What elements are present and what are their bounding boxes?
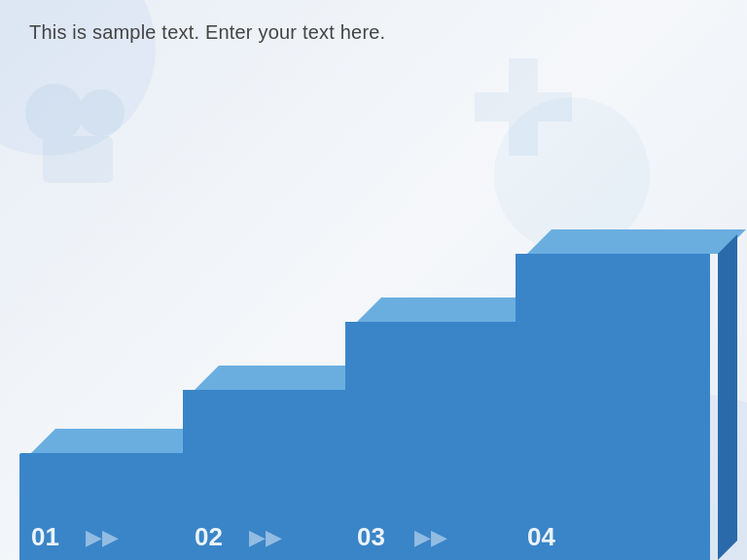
svg-rect-4: [475, 92, 572, 122]
bg-cross-icon: [475, 58, 572, 156]
svg-point-2: [78, 89, 124, 136]
step-3-number: 03: [357, 522, 385, 552]
block-2-arrow: ▶▶: [249, 525, 282, 550]
step-2-number: 02: [195, 522, 223, 552]
block-4-front: [516, 254, 710, 560]
svg-point-0: [25, 84, 84, 142]
block-1-arrow: ▶▶: [86, 525, 119, 550]
step-1-number: 01: [31, 522, 59, 552]
block-4-side: [718, 234, 737, 560]
block-4-top: [527, 229, 746, 254]
slide-title: This is sample text. Enter your text her…: [29, 21, 385, 44]
step-4-number: 04: [527, 522, 555, 552]
bg-puzzle-icon: [19, 78, 136, 194]
block-3-arrow: ▶▶: [414, 525, 447, 550]
svg-rect-1: [43, 136, 113, 183]
slide: This is sample text. Enter your text her…: [0, 0, 747, 560]
